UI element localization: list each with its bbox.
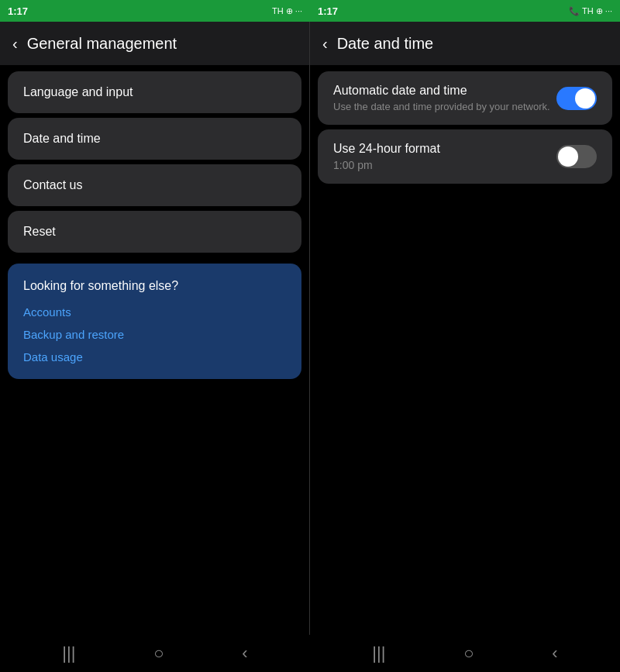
left-nav-back[interactable]: ‹ xyxy=(242,643,247,663)
looking-for-title: Looking for something else? xyxy=(23,279,286,293)
left-nav-bar: ||| ○ ‹ xyxy=(0,635,310,672)
status-bars: 1:17 TH ⊕ ··· 1:17 📞 TH ⊕ ··· xyxy=(0,0,620,22)
menu-item-contact-label: Contact us xyxy=(23,178,82,191)
left-menu-section: Language and input Date and time Contact… xyxy=(0,65,309,259)
looking-for-section: Looking for something else? Accounts Bac… xyxy=(8,264,301,379)
looking-for-data-usage[interactable]: Data usage xyxy=(23,350,286,364)
right-time: 1:17 xyxy=(318,5,338,17)
setting-automatic-date-info: Automatic date and time Use the date and… xyxy=(333,84,556,112)
looking-for-accounts[interactable]: Accounts xyxy=(23,305,286,319)
automatic-date-toggle-knob xyxy=(575,88,595,109)
right-nav-recent[interactable]: ||| xyxy=(372,643,385,663)
settings-section: Automatic date and time Use the date and… xyxy=(310,65,620,190)
menu-item-contact[interactable]: Contact us xyxy=(8,164,301,206)
menu-item-reset-label: Reset xyxy=(23,225,56,238)
right-panel: ‹ Date and time Automatic date and time … xyxy=(310,22,620,635)
setting-automatic-date-title: Automatic date and time xyxy=(333,84,556,98)
right-nav-back[interactable]: ‹ xyxy=(552,643,557,663)
setting-24hour[interactable]: Use 24-hour format 1:00 pm xyxy=(318,129,612,184)
setting-24hour-title: Use 24-hour format xyxy=(333,142,556,156)
right-back-button[interactable]: ‹ xyxy=(322,35,328,53)
setting-24hour-value: 1:00 pm xyxy=(333,159,556,171)
right-status-bar: 1:17 📞 TH ⊕ ··· xyxy=(310,0,620,22)
nav-bars: ||| ○ ‹ ||| ○ ‹ xyxy=(0,635,620,672)
left-panel-header: ‹ General management xyxy=(0,22,309,65)
right-icons-text: 📞 TH ⊕ ··· xyxy=(569,6,612,16)
left-status-bar: 1:17 TH ⊕ ··· xyxy=(0,0,310,22)
automatic-date-toggle[interactable] xyxy=(556,87,597,110)
right-status-icons: 📞 TH ⊕ ··· xyxy=(569,6,612,16)
right-nav-bar: ||| ○ ‹ xyxy=(310,635,620,672)
left-back-button[interactable]: ‹ xyxy=(12,35,18,53)
setting-automatic-date-subtitle: Use the date and time provided by your n… xyxy=(333,101,556,112)
setting-automatic-date[interactable]: Automatic date and time Use the date and… xyxy=(318,71,612,125)
menu-item-date[interactable]: Date and time xyxy=(8,118,301,160)
left-icons-text: TH ⊕ ··· xyxy=(272,6,302,16)
left-status-icons: TH ⊕ ··· xyxy=(272,6,302,16)
left-nav-home[interactable]: ○ xyxy=(153,643,164,663)
left-nav-recent[interactable]: ||| xyxy=(62,643,75,663)
24hour-toggle-knob xyxy=(558,146,578,167)
right-panel-header: ‹ Date and time xyxy=(310,22,620,65)
menu-item-date-label: Date and time xyxy=(23,132,101,145)
right-nav-home[interactable]: ○ xyxy=(463,643,474,663)
left-panel: ‹ General management Language and input … xyxy=(0,22,310,635)
setting-24hour-info: Use 24-hour format 1:00 pm xyxy=(333,142,556,171)
menu-item-language-label: Language and input xyxy=(23,85,133,98)
right-panel-title: Date and time xyxy=(337,35,434,53)
main-content: ‹ General management Language and input … xyxy=(0,22,620,635)
menu-item-reset[interactable]: Reset xyxy=(8,211,301,253)
menu-item-language[interactable]: Language and input xyxy=(8,71,301,113)
left-time: 1:17 xyxy=(8,5,28,17)
looking-for-backup[interactable]: Backup and restore xyxy=(23,328,286,341)
left-panel-title: General management xyxy=(27,35,177,53)
24hour-toggle[interactable] xyxy=(556,145,597,168)
